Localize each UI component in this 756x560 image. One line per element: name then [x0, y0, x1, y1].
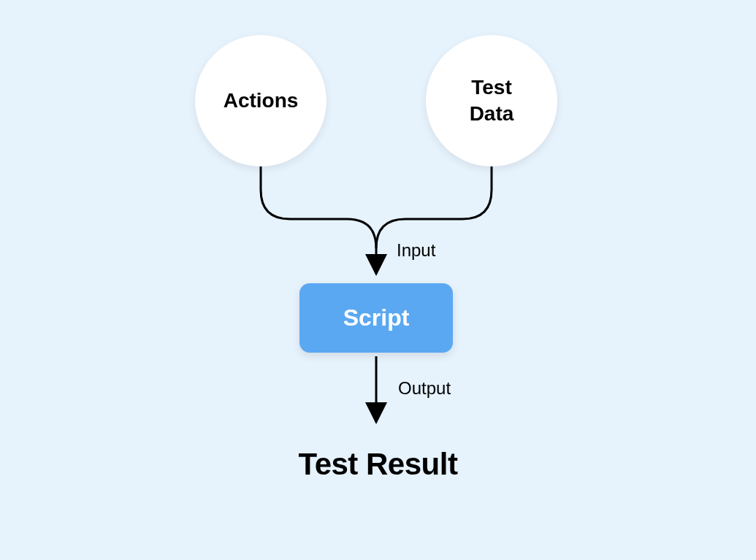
script-node: Script	[299, 283, 453, 353]
actions-node: Actions	[195, 35, 327, 166]
input-flow-label: Input	[397, 240, 435, 261]
testdata-node: TestData	[426, 35, 557, 166]
flowchart-diagram: Actions TestData Script Input Output Tes…	[0, 0, 756, 560]
testdata-label: TestData	[470, 74, 514, 128]
result-label: Test Result	[0, 447, 756, 482]
script-label: Script	[343, 304, 410, 331]
actions-label: Actions	[224, 88, 299, 114]
output-flow-label: Output	[398, 378, 451, 399]
